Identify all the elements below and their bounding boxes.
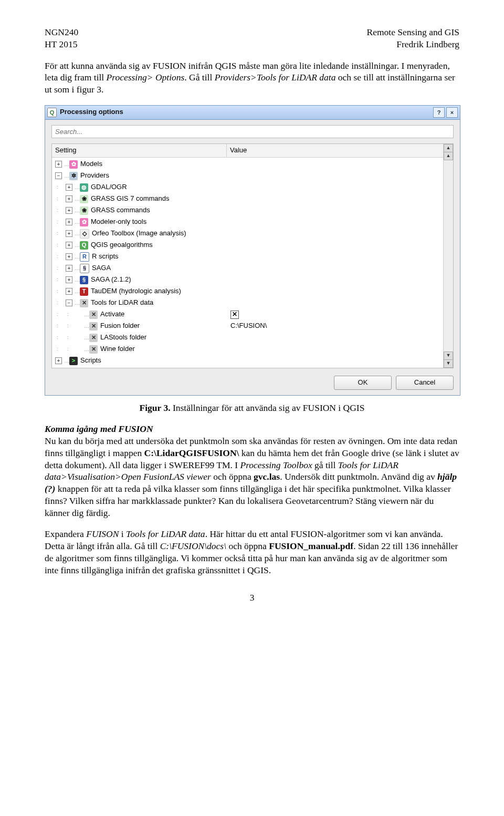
tree-row[interactable]: ∶+…QQGIS geoalgorithms [52,240,453,251]
scroll-down-icon[interactable]: ▼ [444,359,453,368]
tree-item-label: Activate [100,310,124,319]
tree-row[interactable]: ∶+…✿Modeler-only tools [52,216,453,228]
figure-number: Figur 3. [140,402,171,413]
search-input[interactable] [51,125,454,138]
tree-connector: … [75,299,79,306]
tree-expander-icon[interactable]: + [66,253,72,260]
tree-expander-icon[interactable]: − [55,172,62,179]
vertical-scrollbar[interactable]: ▲ ▲ ▼ ▼ [443,144,453,368]
tree-item-label: TauDEM (hydrologic analysis) [91,287,181,296]
folder-path: C:\LidarQGISFUSION\ [144,448,239,458]
tool-icon: ✕ [89,334,98,342]
tree-expander-icon[interactable]: + [66,276,72,283]
scroll-down-icon[interactable]: ▼ [444,352,453,360]
tree-row[interactable]: ∶+…§SAGA (2.1.2) [52,274,453,286]
text: Expandera [45,529,86,539]
tree-indent-guide: ∶ [66,346,70,353]
tree-row[interactable]: ∶+…❀GRASS GIS 7 commands [52,193,453,205]
column-header-value[interactable]: Value [227,144,453,157]
tool-icon: ✕ [80,299,88,307]
tool-icon: ✕ [89,345,98,354]
text: och öppna [226,541,269,551]
tree-indent-guide: ∶ [55,288,59,295]
tree-indent-guide: ∶ [55,276,59,283]
column-header-setting[interactable]: Setting [52,144,227,157]
tree-indent-guide: ∶ [55,195,59,202]
tree-row[interactable]: ∶∶…✕LAStools folder [52,332,453,344]
tree-connector: … [75,184,79,191]
tree-row[interactable]: ∶−…✕Tools for LiDAR data [52,297,453,309]
text: knappen för att ta reda på vilka klasser… [45,483,451,518]
processing-options-dialog: Q Processing options ? × Setting Value +… [45,105,460,396]
tree-row[interactable]: ∶∶…✕Wine folder [52,344,453,355]
processing-toolbox-ref: Processing Toolbox [240,460,312,470]
tree-connector: … [75,253,79,260]
tree-connector: … [64,161,68,168]
setting-value[interactable]: C:\FUSION\ [230,322,267,330]
tree-connector: … [75,276,79,283]
tree-expander-icon[interactable]: + [66,184,72,191]
tree-connector: … [75,242,79,249]
tree-expander-spacer [76,346,82,352]
tree-indent-guide: ∶ [66,311,70,318]
activate-checkbox[interactable]: ✕ [230,311,239,319]
tree-row[interactable]: ∶+…§SAGA [52,263,453,274]
tau-icon: T [80,287,88,296]
tree-indent-guide: ∶ [55,242,59,249]
help-button[interactable]: ? [433,107,445,118]
tree-row[interactable]: ∶+…❀GRASS commands [52,205,453,216]
menu-path-processing-options: Processing> Options [107,72,185,82]
tree-row[interactable]: ∶+…◍GDAL/OGR [52,182,453,193]
tree-row[interactable]: ∶∶…✕Fusion folderC:\FUSION\ [52,321,453,332]
tree-row[interactable]: ∶+…◇Orfeo Toolbox (Image analysis) [52,228,453,240]
tree-expander-icon[interactable]: + [66,195,72,202]
tree-row[interactable]: +…>Scripts [52,355,453,367]
cancel-button[interactable]: Cancel [396,376,454,390]
tree-expander-icon[interactable]: + [66,207,72,214]
tree-row[interactable]: ∶∶…✕Activate✕ [52,309,453,321]
tree-expander-icon[interactable]: + [55,357,62,364]
grass-icon: ❀ [80,206,88,215]
tree-expander-icon[interactable]: + [66,219,72,225]
file-name: gvc.las [254,471,280,482]
tree-expander-icon[interactable]: − [66,299,72,306]
tools-for-lidar-ref: Tools for LiDAR data [126,529,205,539]
section-komma-igang: Komma igång med FUSION Nu kan du börja m… [45,423,459,519]
tree-item-label: GDAL/OGR [91,183,127,192]
scroll-up-icon[interactable]: ▲ [444,152,453,160]
grass-icon: ❀ [80,195,88,203]
tree-indent-guide: ∶ [55,299,59,306]
tree-item-label: Scripts [80,356,101,365]
tree-expander-icon[interactable]: + [66,265,72,272]
menu-path-providers-lidar: Providers>Tools for LiDAR data [215,72,336,82]
tree-row[interactable]: ∶+…TTauDEM (hydrologic analysis) [52,286,453,297]
qgis-icon: Q [80,241,88,250]
tree-connector: … [75,230,79,237]
tree-row[interactable]: ∶+…RR scripts [52,251,453,263]
close-button[interactable]: × [446,107,458,118]
docs-path: C:\FUSION\docs\ [160,541,226,551]
scroll-up-icon[interactable]: ▲ [444,144,453,152]
tree-expander-icon[interactable]: + [66,242,72,249]
tree-item-label: Wine folder [100,345,135,354]
tree-connector: … [84,311,88,318]
orfeo-icon: ◇ [80,229,89,239]
tree-expander-icon[interactable]: + [66,288,72,295]
tree-item-label: LAStools folder [100,333,146,342]
tree-row[interactable]: +…✿Models [52,159,453,170]
tree-item-label: SAGA (2.1.2) [91,275,131,284]
qgis-app-icon: Q [47,108,57,117]
r-icon: R [80,252,89,262]
tree-indent-guide: ∶ [55,207,59,214]
tree-indent-guide: ∶ [66,323,70,329]
tree-connector: … [75,265,79,272]
tree-indent-guide: ∶ [66,334,70,341]
tree-row[interactable]: −…✲Providers [52,170,453,182]
tree-expander-spacer [76,312,82,317]
ok-button[interactable]: OK [334,376,392,390]
figure-caption: Figur 3. Inställningar för att använda s… [45,402,459,414]
tree-connector: … [75,207,79,214]
tree-indent-guide: ∶ [55,346,59,353]
tree-expander-icon[interactable]: + [55,161,62,168]
tree-expander-icon[interactable]: + [66,230,72,237]
